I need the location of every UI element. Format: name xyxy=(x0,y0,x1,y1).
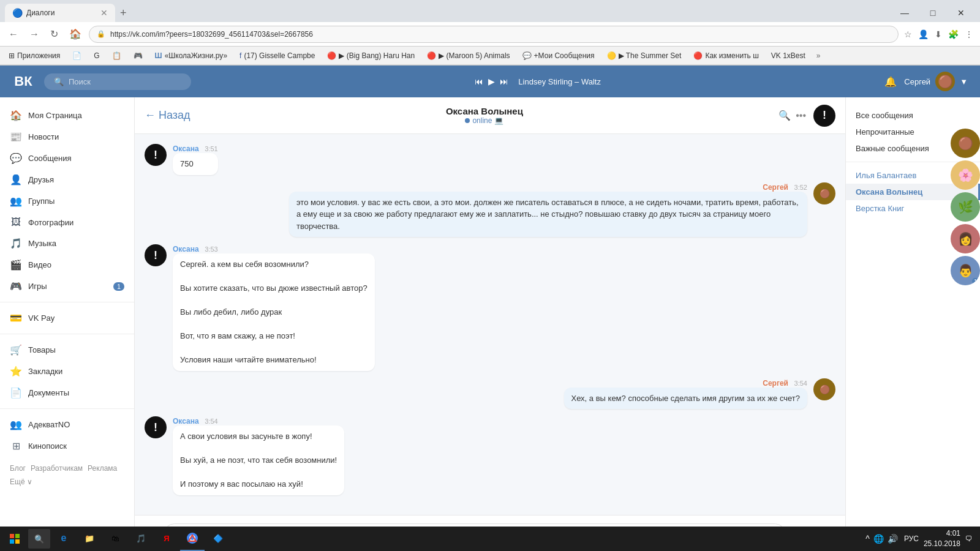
back-button[interactable]: ← Назад xyxy=(145,109,190,122)
taskbar-yandex-button[interactable]: Я xyxy=(154,527,179,551)
sidebar-item-vkpay[interactable]: 💳 VK Pay xyxy=(0,307,134,329)
bookmark-twitch[interactable]: 🎮 xyxy=(130,50,146,61)
taskbar-edge-button[interactable]: 🔷 xyxy=(206,527,230,551)
sidebar-footer-dev[interactable]: Разработчикам xyxy=(31,464,83,473)
download-button[interactable]: ⬇ xyxy=(933,28,944,41)
player-controls: ⏮ ▶ ⏭ xyxy=(475,77,508,86)
sidebar-divider-3 xyxy=(0,408,134,409)
username-label: Сергей xyxy=(904,77,930,86)
new-tab-button[interactable]: + xyxy=(115,7,132,20)
vk-main: ← Назад Оксана Волынец online 💻 🔍 ••• ! xyxy=(135,97,845,551)
notifications-button[interactable]: 🔔 xyxy=(884,76,897,88)
svg-rect-2 xyxy=(10,539,14,544)
bookmark-google[interactable]: G xyxy=(90,50,103,61)
home-button[interactable]: 🏠 xyxy=(66,26,85,42)
sidebar-item-docs[interactable]: 📄 Документы xyxy=(0,382,134,403)
search-messages-button[interactable]: 🔍 xyxy=(778,110,791,121)
home-icon: 🏠 xyxy=(10,110,22,121)
message-sender: Оксана xyxy=(173,417,199,425)
sidebar-item-news[interactable]: 📰 Новости xyxy=(0,126,134,148)
sidebar-item-friends[interactable]: 👤 Друзья xyxy=(0,169,134,190)
taskbar-lang: РУС xyxy=(904,534,919,543)
sidebar-item-groups[interactable]: 👥 Группы xyxy=(0,190,134,212)
tab-close-button[interactable]: ✕ xyxy=(100,8,108,18)
mini-avatar-3[interactable]: 🌿 xyxy=(951,192,980,222)
player-prev-button[interactable]: ⏮ xyxy=(475,77,483,86)
svg-rect-1 xyxy=(15,534,20,538)
url-bar[interactable]: 🔒 https://vk.com/im?peers=18032699_45611… xyxy=(89,26,899,43)
right-all-messages[interactable]: Все сообщения xyxy=(846,107,980,124)
active-tab[interactable]: 🔵 Диалоги ✕ xyxy=(5,4,115,22)
bookmark-summerset[interactable]: 🟡 ▶ The Summer Set xyxy=(603,50,685,61)
windows-icon xyxy=(10,534,20,544)
sidebar-item-mypage[interactable]: 🏠 Моя Страница xyxy=(0,105,134,126)
forward-nav-button[interactable]: → xyxy=(26,26,43,42)
sidebar-item-photos[interactable]: 🖼 Фотографии xyxy=(0,212,134,233)
sidebar-footer-ads[interactable]: Реклама xyxy=(88,464,117,473)
start-button[interactable] xyxy=(2,527,27,551)
maximize-button[interactable]: □ xyxy=(919,4,947,22)
bookmark-kaizminit[interactable]: 🔴 Как изменить ш xyxy=(690,50,762,61)
sidebar-item-kinopoisk[interactable]: ⊞ Кинопоиск xyxy=(0,435,134,457)
reload-button[interactable]: ↻ xyxy=(47,26,62,42)
sidebar-footer-blog[interactable]: Блог xyxy=(10,464,26,473)
more-options-button[interactable]: ••• xyxy=(796,110,806,121)
bookmark-onexbest[interactable]: VK 1xBest xyxy=(767,50,809,61)
taskbar-explorer-button[interactable]: 📁 xyxy=(77,527,102,551)
bookmarks-more[interactable]: » xyxy=(816,51,821,60)
mini-avatar-4[interactable]: 👩 xyxy=(951,224,980,253)
message-row: ! Оксана 3:54 А свои условия вы засуньте… xyxy=(145,416,835,495)
menu-button[interactable]: ⋮ xyxy=(963,28,975,41)
mini-avatar-5[interactable]: 👨 1 xyxy=(951,256,980,285)
edge-icon: 🔷 xyxy=(213,534,223,543)
sidebar-item-games[interactable]: 🎮 Игры 1 xyxy=(0,276,134,297)
bookmark-doc[interactable]: 📄 xyxy=(69,50,85,61)
minimize-button[interactable]: — xyxy=(891,4,919,22)
sidebar-item-bookmarks[interactable]: ⭐ Закладки xyxy=(0,361,134,382)
search-input[interactable] xyxy=(69,77,181,86)
bookmark-gisselle[interactable]: f (17) Gisselle Campbe xyxy=(236,50,318,61)
sergei-avatar: 🟤 xyxy=(813,378,835,400)
back-nav-button[interactable]: ← xyxy=(5,26,22,42)
mini-avatar-count: 1 xyxy=(972,278,979,284)
sidebar-item-video[interactable]: 🎬 Видео xyxy=(0,254,134,276)
sidebar-item-messages[interactable]: 💬 Сообщения xyxy=(0,148,134,169)
message-content: Оксана 3:51 750 xyxy=(173,144,218,175)
mini-avatar-2[interactable]: 🌸 xyxy=(951,160,980,190)
sidebar-item-shop[interactable]: 🛒 Товары xyxy=(0,339,134,361)
bookmark-b1[interactable]: 📋 xyxy=(108,50,125,61)
bookmark-star-button[interactable]: ☆ xyxy=(902,28,914,41)
tray-chevron[interactable]: ^ xyxy=(865,534,870,544)
bookmark-apps[interactable]: ⊞ Приложения xyxy=(5,50,64,61)
chat-contact-name: Оксана Волынец xyxy=(198,106,772,116)
extension-button[interactable]: 🧩 xyxy=(946,28,960,41)
vk-search-bar[interactable]: 🔍 xyxy=(44,73,191,90)
taskbar-chrome-button[interactable] xyxy=(180,527,205,551)
mini-avatar-1[interactable]: 🟤 xyxy=(951,129,980,158)
bookmark-bigbang[interactable]: 🔴 ▶ (Big Bang) Haru Han xyxy=(323,50,418,61)
sidebar-footer-more[interactable]: Ещё ∨ xyxy=(10,478,32,486)
bookmark-shkolajizni[interactable]: Ш «ШколаЖизни.ру» xyxy=(151,50,232,61)
taskbar-store-button[interactable]: 🛍 xyxy=(103,527,127,551)
player-play-button[interactable]: ▶ xyxy=(488,77,495,86)
bookmark-moisoobsh[interactable]: 💬 +Мои Сообщения xyxy=(519,50,598,61)
close-button[interactable]: ✕ xyxy=(947,4,975,22)
yandex-icon: Я xyxy=(164,534,169,543)
taskbar-ie-button[interactable]: e xyxy=(51,527,76,551)
message-row: 🟤 Сергей 3:52 это мои условия. у вас же … xyxy=(145,182,835,238)
sidebar-item-music[interactable]: 🎵 Музыка xyxy=(0,233,134,254)
vk-header: ВК 🔍 ⏮ ▶ ⏭ Lindsey Stirling – Waltz 🔔 Се… xyxy=(0,66,980,97)
search-icon: 🔍 xyxy=(34,534,44,544)
sidebar-item-adekvatno[interactable]: 👥 АдекватNO xyxy=(0,414,134,435)
search-icon: 🔍 xyxy=(54,77,64,86)
player-next-button[interactable]: ⏭ xyxy=(500,77,508,86)
bookmark-maroon5[interactable]: 🔴 ▶ (Maroon 5) Animals xyxy=(423,50,513,61)
friends-icon: 👤 xyxy=(10,174,22,186)
message-sender: Оксана xyxy=(173,144,199,153)
taskbar-media-button[interactable]: 🎵 xyxy=(129,527,153,551)
taskbar-search-button[interactable]: 🔍 xyxy=(28,529,50,549)
taskbar-notification-icon[interactable]: 🗨 xyxy=(965,534,973,543)
message-row: ! Оксана 3:53 Сергей. а кем вы себя возо… xyxy=(145,244,835,371)
profile-button[interactable]: 👤 xyxy=(916,28,930,41)
user-menu[interactable]: Сергей 🟤 ▼ xyxy=(904,72,968,91)
